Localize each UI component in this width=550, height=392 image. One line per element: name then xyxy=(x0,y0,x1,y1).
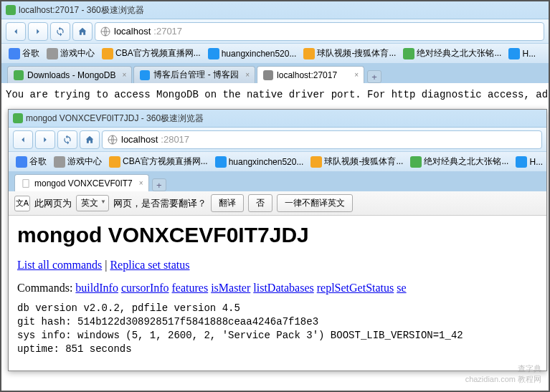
command-link[interactable]: features xyxy=(172,282,209,294)
globe-icon xyxy=(107,134,118,145)
bookmark-item[interactable]: 绝对经典之北大张铭... xyxy=(407,154,511,169)
bookmark-item[interactable]: CBA官方视频直播网... xyxy=(106,154,211,169)
command-link[interactable]: cursorInfo xyxy=(121,282,169,294)
language-select[interactable]: 英文 xyxy=(76,195,109,211)
outer-nav-bar: localhost:27017 xyxy=(1,19,549,43)
bookmark-icon xyxy=(215,156,227,168)
bookmark-label: CBA官方视频直播网... xyxy=(123,156,208,168)
bookmark-item[interactable]: 绝对经典之北大张铭... xyxy=(400,46,504,61)
new-tab-button[interactable]: + xyxy=(152,178,166,191)
translate-question: 网页，是否需要翻译？ xyxy=(113,197,207,210)
close-icon[interactable]: × xyxy=(120,71,128,80)
outer-address-bar[interactable]: localhost:27017 xyxy=(95,22,544,41)
top-links: List all commands | Replica set status xyxy=(17,259,538,272)
tab-favicon xyxy=(263,70,273,80)
command-link[interactable]: isMaster xyxy=(211,282,250,294)
page-body: mongod VONXCEVF0IT7JDJ List all commands… xyxy=(9,216,546,371)
window-title: mongod VONXCEVF0IT7JDJ - 360极速浏览器 xyxy=(26,113,204,125)
bookmark-item[interactable]: 谷歌 xyxy=(6,46,42,61)
command-link[interactable]: buildInfo xyxy=(75,282,118,294)
home-button[interactable] xyxy=(80,130,100,149)
page-icon xyxy=(21,178,31,188)
bookmark-label: 游戏中心 xyxy=(60,47,95,59)
bookmark-label: 游戏中心 xyxy=(67,156,102,168)
mongodb-message: You are trying to access MongoDB on the … xyxy=(6,89,549,100)
translate-prefix: 此网页为 xyxy=(34,197,72,210)
page-heading: mongod VONXCEVF0IT7JDJ xyxy=(17,223,538,247)
bookmark-label: huangxinchen520... xyxy=(229,157,304,167)
outer-tab-bar: Downloads - MongoDB×博客后台管理 - 博客园×localho… xyxy=(1,63,549,83)
bookmark-label: 谷歌 xyxy=(29,156,47,168)
outer-bookmark-bar: 谷歌游戏中心CBA官方视频直播网...huangxinchen520...球队视… xyxy=(1,43,549,63)
browser-tab[interactable]: 博客后台管理 - 博客园× xyxy=(133,66,255,83)
tab-label: Downloads - MongoDB xyxy=(27,70,115,80)
globe-icon xyxy=(100,26,111,37)
browser-tab[interactable]: Downloads - MongoDB× xyxy=(7,66,132,83)
close-icon[interactable]: × xyxy=(352,71,361,80)
commands-label: Commands: xyxy=(17,282,75,294)
translate-button[interactable]: 翻译 xyxy=(211,194,244,212)
never-translate-button[interactable]: 一律不翻译英文 xyxy=(277,194,353,212)
info-line: sys info: windows (5, 1, 2600, 2, 'Servi… xyxy=(17,329,538,343)
inner-address-bar[interactable]: localhost:28017 xyxy=(102,130,542,149)
bookmark-item[interactable]: CBA官方视频直播网... xyxy=(99,46,204,61)
tab-favicon xyxy=(140,70,150,80)
window-icon xyxy=(6,5,16,15)
inner-tab[interactable]: mongod VONXCEVF0IT7 × xyxy=(14,174,149,191)
address-port: :28017 xyxy=(161,134,189,145)
command-link[interactable]: listDatabases xyxy=(253,282,313,294)
bookmark-icon xyxy=(54,156,65,168)
info-line: git hash: 514b122d308928517f5841888ceaa4… xyxy=(17,315,538,329)
browser-tab[interactable]: localhost:27017× xyxy=(257,66,364,83)
bookmark-item[interactable]: 球队视频-搜狐体育... xyxy=(300,46,399,61)
command-link[interactable]: replSetGetStatus xyxy=(317,282,394,294)
list-commands-link[interactable]: List all commands xyxy=(17,259,102,271)
bookmark-item[interactable]: H... xyxy=(506,47,539,61)
replica-status-link[interactable]: Replica set status xyxy=(110,259,189,271)
bookmark-item[interactable]: huangxinchen520... xyxy=(212,155,307,169)
bookmark-item[interactable]: 球队视频-搜狐体育... xyxy=(308,154,406,169)
bookmark-item[interactable]: 谷歌 xyxy=(13,154,49,169)
reload-button[interactable] xyxy=(57,130,77,149)
inner-tab-bar: mongod VONXCEVF0IT7 × + xyxy=(9,171,546,191)
home-button[interactable] xyxy=(72,22,93,41)
bookmark-icon xyxy=(516,156,527,168)
forward-button[interactable] xyxy=(35,130,55,149)
inner-bookmark-bar: 谷歌游戏中心CBA官方视频直播网...huangxinchen520...球队视… xyxy=(9,151,546,171)
bookmark-item[interactable]: 游戏中心 xyxy=(51,154,105,169)
bookmark-label: 绝对经典之北大张铭... xyxy=(424,156,508,168)
outer-title-bar: localhost:27017 - 360极速浏览器 xyxy=(1,1,549,19)
bookmark-item[interactable]: H... xyxy=(513,155,546,169)
bookmark-item[interactable]: 游戏中心 xyxy=(44,46,98,61)
close-icon[interactable]: × xyxy=(137,179,146,188)
bookmark-label: 绝对经典之北大张铭... xyxy=(417,47,501,59)
forward-button[interactable] xyxy=(28,22,48,41)
bookmark-label: CBA官方视频直播网... xyxy=(115,47,201,59)
bookmark-label: 球队视频-搜狐体育... xyxy=(324,156,403,168)
address-port: :27017 xyxy=(153,26,182,37)
inner-browser: mongod VONXCEVF0IT7JDJ - 360极速浏览器 localh… xyxy=(8,109,547,371)
bookmark-label: H... xyxy=(522,49,536,59)
translate-bar: 文A 此网页为 英文 网页，是否需要翻译？ 翻译 否 一律不翻译英文 xyxy=(9,191,546,216)
bookmark-icon xyxy=(9,48,20,59)
back-button[interactable] xyxy=(13,130,33,149)
bookmark-icon xyxy=(47,48,58,59)
command-link[interactable]: se xyxy=(397,282,406,294)
new-tab-button[interactable]: + xyxy=(367,70,381,83)
bookmark-label: H... xyxy=(529,157,543,167)
tab-label: 博客后台管理 - 博客园 xyxy=(153,69,239,81)
bookmark-icon xyxy=(403,48,414,59)
bookmark-icon xyxy=(109,156,120,168)
back-button[interactable] xyxy=(6,22,26,41)
translate-icon: 文A xyxy=(14,196,30,211)
bookmark-label: huangxinchen520... xyxy=(222,49,297,59)
system-info: db version v2.0.2, pdfile version 4.5git… xyxy=(17,302,538,356)
no-button[interactable]: 否 xyxy=(248,194,272,212)
window-icon xyxy=(13,113,23,123)
outer-browser: localhost:27017 - 360极速浏览器 localhost:270… xyxy=(1,1,549,106)
reload-button[interactable] xyxy=(50,22,70,41)
bookmark-icon xyxy=(508,48,520,59)
bookmark-item[interactable]: huangxinchen520... xyxy=(205,47,300,61)
inner-title-bar: mongod VONXCEVF0IT7JDJ - 360极速浏览器 xyxy=(9,110,546,127)
close-icon[interactable]: × xyxy=(243,71,252,80)
